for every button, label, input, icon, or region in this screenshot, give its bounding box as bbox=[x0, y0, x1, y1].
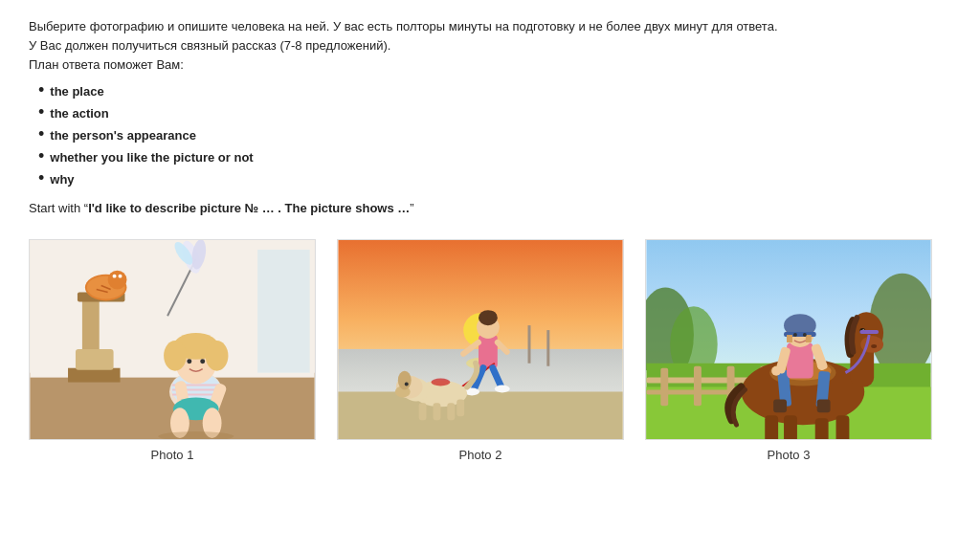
svg-point-110 bbox=[803, 333, 807, 337]
svg-rect-107 bbox=[787, 335, 792, 342]
svg-rect-97 bbox=[773, 399, 787, 412]
svg-rect-108 bbox=[806, 335, 812, 342]
plan-list-item: •whether you like the picture or not bbox=[38, 146, 951, 168]
photo-frame-2[interactable] bbox=[337, 239, 624, 440]
svg-point-53 bbox=[495, 385, 510, 392]
plan-list-item: •the action bbox=[38, 102, 951, 124]
svg-rect-6 bbox=[76, 349, 114, 370]
photo-block-1: Photo 1 bbox=[29, 239, 316, 462]
svg-rect-63 bbox=[457, 399, 464, 416]
svg-rect-3 bbox=[257, 250, 309, 373]
plan-item-text: the place bbox=[50, 82, 103, 102]
photos-container: Photo 1 bbox=[29, 239, 951, 462]
photo-caption-3: Photo 3 bbox=[768, 448, 811, 462]
plan-list-item: •the person's appearance bbox=[38, 124, 951, 146]
instruction-line1: Выберите фотографию и опишите человека н… bbox=[29, 17, 951, 36]
svg-point-29 bbox=[200, 359, 205, 364]
svg-rect-62 bbox=[447, 403, 455, 420]
svg-rect-98 bbox=[817, 399, 831, 412]
svg-point-26 bbox=[164, 341, 187, 371]
svg-rect-99 bbox=[787, 342, 813, 379]
svg-point-103 bbox=[817, 361, 827, 370]
svg-rect-73 bbox=[660, 368, 668, 407]
svg-point-64 bbox=[431, 379, 450, 386]
page-content: Выберите фотографию и опишите человека н… bbox=[29, 17, 951, 462]
svg-point-12 bbox=[113, 275, 117, 278]
svg-rect-87 bbox=[765, 415, 778, 439]
photo-block-2: Photo 2 bbox=[337, 239, 624, 462]
plan-list: •the place•the action•the person's appea… bbox=[38, 80, 951, 189]
plan-item-text: the person's appearance bbox=[50, 126, 196, 146]
svg-point-59 bbox=[405, 382, 409, 386]
svg-rect-39 bbox=[338, 391, 622, 439]
svg-point-109 bbox=[793, 333, 797, 337]
photo-caption-1: Photo 1 bbox=[151, 448, 194, 462]
svg-point-46 bbox=[487, 311, 497, 320]
svg-rect-84 bbox=[836, 415, 850, 439]
photo-block-3: Photo 3 bbox=[645, 239, 932, 462]
svg-rect-85 bbox=[815, 418, 829, 439]
start-suffix: ” bbox=[410, 201, 413, 215]
plan-item-text: why bbox=[50, 170, 74, 190]
svg-rect-43 bbox=[479, 335, 498, 368]
plan-item-text: whether you like the picture or not bbox=[50, 148, 253, 168]
svg-rect-41 bbox=[546, 330, 549, 366]
bullet-icon: • bbox=[38, 103, 44, 121]
svg-point-58 bbox=[398, 371, 412, 390]
instructions-block: Выберите фотографию и опишите человека н… bbox=[29, 17, 951, 75]
svg-rect-40 bbox=[528, 325, 531, 364]
svg-point-10 bbox=[108, 271, 127, 290]
svg-point-27 bbox=[206, 341, 229, 371]
start-text: I'd like to describe picture № … . The p… bbox=[88, 201, 410, 215]
bullet-icon: • bbox=[38, 125, 44, 143]
bullet-icon: • bbox=[38, 81, 44, 99]
svg-rect-86 bbox=[784, 415, 797, 439]
svg-point-102 bbox=[771, 366, 781, 376]
svg-rect-60 bbox=[419, 403, 427, 420]
start-prefix: Start with “ bbox=[29, 201, 88, 215]
svg-point-11 bbox=[119, 275, 122, 278]
instruction-line2: У Вас должен получиться связный рассказ … bbox=[29, 36, 951, 55]
photo-frame-1[interactable] bbox=[29, 239, 316, 440]
plan-item-text: the action bbox=[50, 104, 108, 124]
svg-rect-5 bbox=[68, 368, 120, 383]
photo-frame-3[interactable] bbox=[645, 239, 932, 440]
start-line: Start with “I'd like to describe picture… bbox=[29, 199, 951, 218]
bullet-icon: • bbox=[38, 169, 44, 187]
svg-rect-61 bbox=[433, 403, 440, 420]
photo-caption-2: Photo 2 bbox=[459, 448, 502, 462]
svg-rect-74 bbox=[694, 366, 702, 407]
plan-list-item: •why bbox=[38, 168, 951, 190]
svg-point-28 bbox=[187, 359, 191, 364]
bullet-icon: • bbox=[38, 147, 44, 165]
instruction-line3: План ответа поможет Вам: bbox=[29, 55, 951, 75]
plan-list-item: •the place bbox=[38, 80, 951, 102]
svg-rect-94 bbox=[859, 330, 879, 334]
svg-point-81 bbox=[871, 344, 877, 348]
